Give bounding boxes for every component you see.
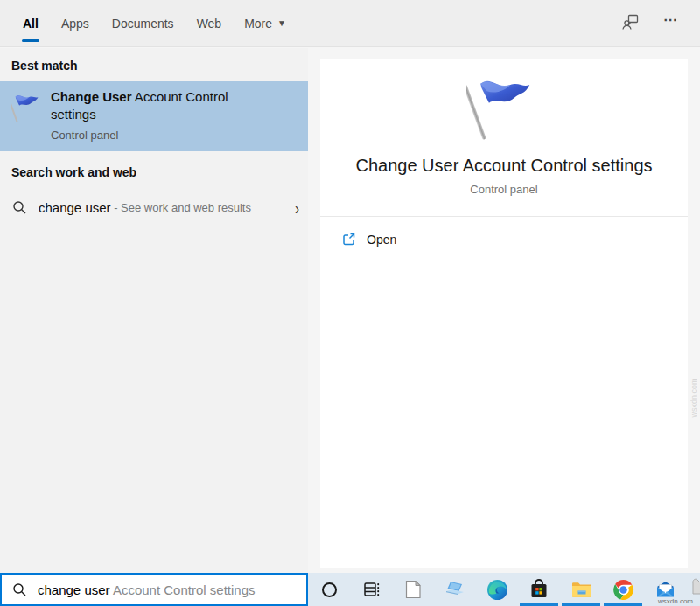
start-search-flyout: All Apps Documents Web More ▼ ⋯ Best mat…: [0, 0, 700, 606]
tab-all[interactable]: All: [22, 0, 39, 46]
watermark-text-vertical: wsxdn.com: [690, 367, 698, 428]
preview-subtitle: Control panel: [320, 183, 688, 196]
best-match-result[interactable]: Change User Account Control settings Con…: [0, 81, 308, 151]
web-suggestion-hint: - See work and web results: [111, 201, 251, 214]
laptop-icon: [444, 578, 466, 601]
open-action-label: Open: [367, 233, 396, 247]
search-input-suggestion-text: Account Control settings: [110, 582, 256, 597]
search-work-web-header: Search work and web: [0, 151, 308, 188]
taskbar-button-document[interactable]: [392, 573, 434, 606]
best-match-header: Best match: [0, 48, 308, 81]
task-view-icon: [361, 580, 381, 599]
document-icon: [402, 579, 424, 600]
running-indicator: [604, 603, 642, 606]
taskbar-button-file-explorer[interactable]: [560, 573, 602, 606]
chevron-right-icon[interactable]: ›: [295, 198, 299, 218]
taskbar-button-edge[interactable]: [476, 573, 518, 606]
preview-title: Change User Account Control settings: [320, 156, 688, 176]
feedback-icon[interactable]: [621, 12, 640, 35]
preview-panel: Change User Account Control settings Con…: [308, 48, 700, 573]
tab-apps[interactable]: Apps: [60, 0, 90, 46]
search-input-typed-text: change user: [38, 582, 110, 597]
best-match-title: Change User Account Control settings: [51, 88, 270, 123]
running-indicator: [562, 603, 600, 606]
web-suggestion-query: change user: [38, 200, 111, 215]
web-search-suggestion[interactable]: change user - See work and web results ›: [0, 192, 308, 223]
taskbar-button-cortana[interactable]: [308, 573, 350, 606]
taskbar-button-task-view[interactable]: [350, 573, 392, 606]
uac-flag-icon: [466, 75, 542, 143]
launch-icon: [341, 232, 356, 247]
tabs-group: All Apps Documents Web More ▼: [0, 0, 308, 46]
uac-flag-icon: [10, 92, 42, 125]
preview-card: Change User Account Control settings Con…: [320, 59, 688, 568]
taskbar-button-chrome[interactable]: [602, 573, 644, 606]
results-panel: Best match Change User Account Control s…: [0, 48, 308, 573]
search-filter-tabbar: All Apps Documents Web More ▼ ⋯: [0, 0, 700, 47]
cut-off-icon: [690, 576, 700, 597]
taskbar-button-microsoft-store[interactable]: [518, 573, 560, 606]
running-indicator: [520, 603, 558, 606]
search-icon: [12, 582, 27, 597]
search-icon: [12, 200, 27, 215]
taskbar-search-input[interactable]: change user Account Control settings: [0, 573, 308, 606]
edge-icon: [486, 579, 508, 601]
open-action[interactable]: Open: [320, 217, 688, 247]
tab-web[interactable]: Web: [196, 0, 223, 46]
tab-more[interactable]: More ▼: [243, 0, 287, 46]
cortana-icon: [322, 582, 337, 597]
tab-documents[interactable]: Documents: [111, 0, 175, 46]
watermark-text: wsxdn.com: [658, 597, 693, 605]
microsoft-store-icon: [528, 579, 550, 600]
taskbar: [308, 573, 700, 606]
more-options-icon[interactable]: ⋯: [663, 16, 679, 31]
chrome-icon: [612, 579, 634, 601]
best-match-subtitle: Control panel: [51, 129, 270, 142]
file-explorer-icon: [570, 579, 592, 601]
taskbar-button-laptop[interactable]: [434, 573, 476, 606]
chevron-down-icon: ▼: [277, 18, 286, 28]
